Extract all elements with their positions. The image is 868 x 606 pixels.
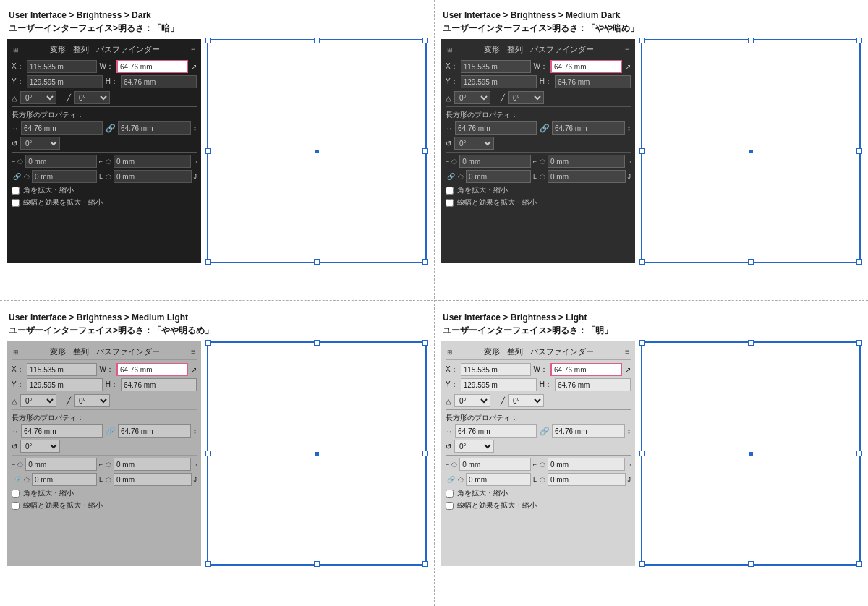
w2-input-ml[interactable] [21, 424, 103, 438]
h-input-light[interactable] [555, 378, 631, 391]
bl-input-light[interactable] [466, 473, 531, 486]
y-input-md[interactable] [461, 75, 537, 88]
canvas-ml [207, 341, 427, 566]
rot-select-light[interactable]: 0° [454, 440, 494, 453]
tr-input-md[interactable] [548, 155, 625, 168]
y-input-ml[interactable] [27, 378, 103, 391]
h2-input-md[interactable] [552, 121, 625, 135]
angle-select-md[interactable]: 0° [454, 91, 490, 104]
chain-icon-md[interactable]: 🔗 [540, 124, 550, 133]
chain-icon-light[interactable]: 🔗 [540, 427, 550, 436]
panel-menu-icon-md[interactable]: ≡ [625, 46, 629, 54]
panel-menu-icon-dark[interactable]: ≡ [191, 46, 195, 54]
angle-icon-light: △ [446, 397, 451, 405]
tab-pathfinder-dark[interactable]: パスファインダー [96, 44, 160, 55]
br-input-ml[interactable] [114, 473, 192, 486]
corner-bl-md [639, 259, 645, 265]
h2-input-dark[interactable] [118, 121, 191, 135]
tl-input-md[interactable] [459, 155, 530, 168]
w2-input-md[interactable] [455, 121, 537, 135]
tl-end-icon-ml: ⌐ [99, 461, 103, 468]
x-input-ml[interactable] [27, 363, 97, 376]
rot-select-dark[interactable]: 0° [20, 137, 60, 150]
tl-input-dark[interactable] [25, 155, 96, 168]
panel-tabs-light[interactable]: 変形 整列 パスファインダー [484, 346, 594, 357]
chain2-icon-light[interactable]: 🔗 [446, 476, 456, 483]
chain2-icon-dark[interactable]: 🔗 [12, 173, 22, 180]
y-input-light[interactable] [461, 378, 537, 391]
h2-input-light[interactable] [552, 424, 625, 438]
quadrant-medium-light-title: User Interface > Brightness > Medium Lig… [7, 311, 427, 337]
cb1-ml[interactable] [12, 490, 20, 498]
corner-mr-dark [422, 148, 428, 154]
x-input-light[interactable] [461, 363, 531, 376]
h2-input-ml[interactable] [118, 424, 191, 438]
xy-row-dark: X： W： ↗ [12, 60, 197, 73]
quadrant-medium-dark-title: User Interface > Brightness > Medium Dar… [441, 9, 861, 35]
x-input-dark[interactable] [27, 60, 97, 73]
angle-select-dark[interactable]: 0° [20, 91, 56, 104]
tr-input-light[interactable] [548, 458, 625, 471]
panel-menu-icon-light[interactable]: ≡ [625, 348, 629, 356]
tr-col-md: ◌ ¬ [540, 155, 631, 168]
h-input-md[interactable] [555, 75, 631, 88]
bl-input-md[interactable] [466, 170, 531, 183]
bl-input-dark[interactable] [32, 170, 97, 183]
chain-icon-dark[interactable]: 🔗 [106, 124, 116, 133]
angle-select-light[interactable]: 0° [454, 394, 490, 407]
cb1-dark[interactable] [12, 187, 20, 195]
tl-input-light[interactable] [459, 458, 530, 471]
shear-select-ml[interactable]: 0° [74, 394, 110, 407]
cb2-dark[interactable] [12, 199, 20, 207]
x-input-md[interactable] [461, 60, 531, 73]
y-input-dark[interactable] [27, 75, 103, 88]
tab-transform-dark[interactable]: 変形 [50, 44, 66, 55]
tab-align-ml[interactable]: 整列 [73, 346, 89, 357]
panel-tabs-ml[interactable]: 変形 整列 パスファインダー [50, 346, 160, 357]
br-input-light[interactable] [548, 473, 626, 486]
rot-icon-md: ↺ [446, 140, 451, 148]
tab-pathfinder-light[interactable]: パスファインダー [530, 346, 594, 357]
w2-input-light[interactable] [455, 424, 537, 438]
panel-tabs-md[interactable]: 変形 整列 パスファインダー [484, 44, 594, 55]
h-input-dark[interactable] [121, 75, 197, 88]
w-input-light[interactable] [550, 363, 622, 376]
h-input-ml[interactable] [121, 378, 197, 391]
chain2-icon-md[interactable]: 🔗 [446, 173, 456, 180]
cb1-light[interactable] [446, 490, 454, 498]
panel-tabs-dark[interactable]: 変形 整列 パスファインダー [50, 44, 160, 55]
shear-select-md[interactable]: 0° [508, 91, 544, 104]
w-input-dark[interactable] [116, 60, 188, 73]
w-input-ml[interactable] [116, 363, 188, 376]
w2-input-dark[interactable] [21, 121, 103, 135]
tab-transform-light[interactable]: 変形 [484, 346, 500, 357]
canvas-dark [207, 39, 427, 263]
x-label-dark: X： [12, 61, 24, 72]
br-input-dark[interactable] [114, 170, 192, 183]
tab-align-md[interactable]: 整列 [507, 44, 523, 55]
cb2-light[interactable] [446, 502, 454, 510]
tr-input-dark[interactable] [114, 155, 191, 168]
cb1-md[interactable] [446, 187, 454, 195]
panel-menu-icon-ml[interactable]: ≡ [191, 348, 195, 356]
shear-select-light[interactable]: 0° [508, 394, 544, 407]
bl-input-ml[interactable] [32, 473, 97, 486]
br-input-md[interactable] [548, 170, 626, 183]
cb2-md[interactable] [446, 199, 454, 207]
tab-transform-md[interactable]: 変形 [484, 44, 500, 55]
tab-pathfinder-md[interactable]: パスファインダー [530, 44, 594, 55]
tab-pathfinder-ml[interactable]: パスファインダー [96, 346, 160, 357]
tab-align-light[interactable]: 整列 [507, 346, 523, 357]
tl-input-ml[interactable] [25, 458, 96, 471]
w-input-md[interactable] [550, 60, 622, 73]
cb2-ml[interactable] [12, 502, 20, 510]
rot-select-ml[interactable]: 0° [20, 440, 60, 453]
angle-select-ml[interactable]: 0° [20, 394, 56, 407]
tab-transform-ml[interactable]: 変形 [50, 346, 66, 357]
chain2-icon-ml[interactable]: 🔗 [12, 476, 22, 483]
rot-select-md[interactable]: 0° [454, 137, 494, 150]
tab-align-dark[interactable]: 整列 [73, 44, 89, 55]
chain-icon-ml[interactable]: 🔗 [106, 427, 116, 436]
tr-input-ml[interactable] [114, 458, 191, 471]
shear-select-dark[interactable]: 0° [74, 91, 110, 104]
